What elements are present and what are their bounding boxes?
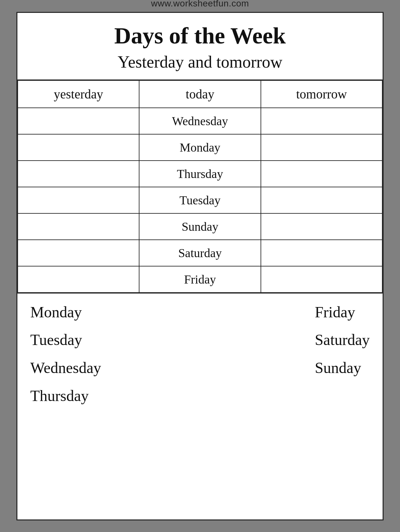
table-row: Tuesday (18, 187, 382, 213)
word-item: Monday (30, 300, 101, 325)
word-item: Sunday (315, 356, 370, 380)
days-table: yesterday today tomorrow WednesdayMonday… (17, 80, 383, 293)
cell-tomorrow (261, 134, 382, 161)
cell-yesterday (18, 213, 139, 240)
cell-today: Thursday (139, 161, 261, 187)
cell-tomorrow (261, 213, 382, 240)
table-row: Thursday (18, 161, 382, 187)
cell-tomorrow (261, 266, 382, 293)
cell-tomorrow (261, 187, 382, 213)
days-table-section: yesterday today tomorrow WednesdayMonday… (17, 79, 383, 293)
table-row: Wednesday (18, 108, 382, 134)
table-row: Sunday (18, 213, 382, 240)
cell-today: Saturday (139, 240, 261, 266)
page-title: Days of the Week (114, 23, 286, 49)
cell-tomorrow (261, 108, 382, 134)
cell-tomorrow (261, 161, 382, 187)
word-item: Tuesday (30, 328, 101, 352)
word-item: Wednesday (30, 356, 101, 380)
word-list-section: MondayTuesdayWednesdayThursday FridaySat… (17, 293, 383, 415)
table-row: Friday (18, 266, 382, 293)
cell-today: Monday (139, 134, 261, 161)
table-row: Saturday (18, 240, 382, 266)
word-column-left: MondayTuesdayWednesdayThursday (30, 300, 101, 408)
cell-yesterday (18, 161, 139, 187)
word-item: Thursday (30, 384, 101, 408)
cell-yesterday (18, 187, 139, 213)
header-today: today (139, 80, 261, 108)
page-subtitle: Yesterday and tomorrow (118, 52, 282, 71)
cell-yesterday (18, 240, 139, 266)
table-row: Monday (18, 134, 382, 161)
cell-yesterday (18, 266, 139, 293)
cell-today: Sunday (139, 213, 261, 240)
word-column-right: FridaySaturdaySunday (315, 300, 370, 408)
header-tomorrow: tomorrow (261, 80, 382, 108)
worksheet-page: www.worksheetfun.com Days of the Week Ye… (16, 12, 384, 520)
cell-tomorrow (261, 240, 382, 266)
cell-today: Friday (139, 266, 261, 293)
cell-today: Tuesday (139, 187, 261, 213)
word-item: Saturday (315, 328, 370, 352)
cell-today: Wednesday (139, 108, 261, 134)
cell-yesterday (18, 134, 139, 161)
header-yesterday: yesterday (18, 80, 139, 108)
word-item: Friday (315, 300, 370, 325)
website-url: www.worksheetfun.com (151, 0, 249, 9)
cell-yesterday (18, 108, 139, 134)
